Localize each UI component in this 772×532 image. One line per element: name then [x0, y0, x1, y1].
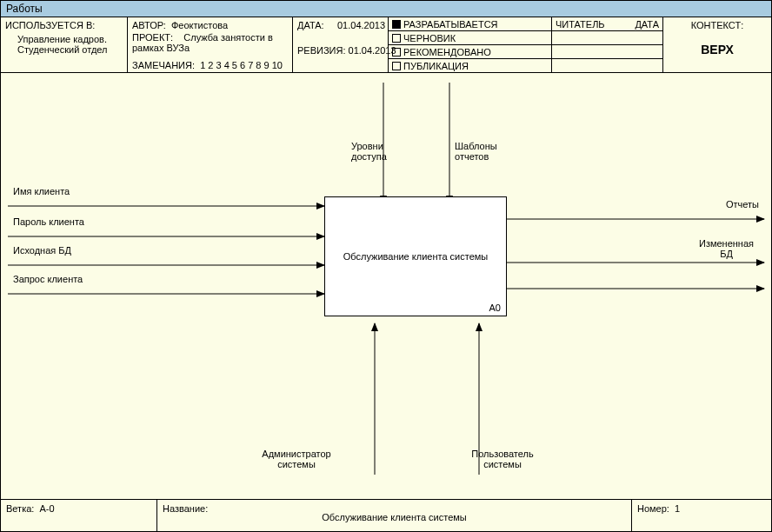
header-used-in: ИСПОЛЬЗУЕТСЯ В: Управление кадров. Студе…	[1, 17, 128, 72]
checkbox-icon	[392, 62, 401, 70]
input-label: Исходная БД	[13, 245, 71, 256]
checkbox-filled-icon	[392, 20, 401, 29]
header-context: КОНТЕКСТ: ВЕРХ	[663, 17, 771, 72]
name-value: Обслуживание клиента системы	[322, 512, 466, 522]
diagram-canvas: Обслуживание клиента системы А0 Имя клие…	[1, 73, 771, 500]
date-value: 01.04.2013	[337, 20, 385, 30]
idef0-window: Работы ИСПОЛЬЗУЕТСЯ В: Управление кадров…	[0, 0, 772, 532]
mechanism-label: Пользователь системы	[459, 449, 546, 469]
project-label: ПРОЕКТ:	[132, 32, 173, 43]
date2-label: ДАТА	[635, 19, 659, 30]
input-label: Запрос клиента	[13, 274, 83, 284]
remarks-label: ЗАМЕЧАНИЯ:	[132, 60, 195, 70]
used-in-value: Управление кадров. Студенческий отдел	[17, 34, 123, 55]
reader-row: ЧИТАТЕЛЬДАТА	[552, 17, 662, 31]
process-title: Обслуживание клиента системы	[343, 251, 488, 262]
status-draft: ЧЕРНОВИК	[389, 31, 551, 45]
number-label: Номер:	[637, 503, 669, 514]
revision-label: РЕВИЗИЯ:	[297, 45, 345, 56]
header: ИСПОЛЬЗУЕТСЯ В: Управление кадров. Студе…	[1, 17, 771, 73]
branch-value: А-0	[39, 503, 54, 514]
header-status: РАЗРАБАТЫВАЕТСЯ ЧЕРНОВИК РЕКОМЕНДОВАНО П…	[389, 17, 552, 72]
remarks-value: 1 2 3 4 5 6 7 8 9 10	[200, 60, 283, 70]
output-label: Отчеты	[726, 199, 759, 209]
used-in-label: ИСПОЛЬЗУЕТСЯ В:	[5, 20, 95, 30]
input-label: Имя клиента	[13, 186, 70, 196]
window-title: Работы	[6, 3, 43, 15]
number-value: 1	[675, 503, 680, 514]
header-author-project: АВТОР: Феоктистова ПРОЕКТ: Служба занято…	[128, 17, 293, 72]
input-label: Пароль клиента	[13, 216, 84, 227]
status-recommended: РЕКОМЕНДОВАНО	[389, 45, 551, 59]
footer-branch: Ветка: А-0	[1, 500, 157, 531]
output-label: Измененная БД	[694, 238, 759, 259]
footer: Ветка: А-0 Название: Обслуживание клиент…	[1, 500, 771, 531]
header-reader: ЧИТАТЕЛЬДАТА	[552, 17, 663, 72]
mechanism-label: Администратор системы	[253, 449, 340, 469]
footer-name: Название: Обслуживание клиента системы	[157, 500, 632, 531]
process-box[interactable]: Обслуживание клиента системы А0	[324, 196, 507, 316]
checkbox-icon	[392, 48, 401, 57]
control-label: Уровни доступа	[351, 141, 403, 162]
footer-number: Номер: 1	[632, 500, 771, 531]
context-label: КОНТЕКСТ:	[668, 20, 767, 30]
date-label: ДАТА:	[297, 20, 324, 30]
author-value: Феоктистова	[171, 20, 228, 30]
status-publication: ПУБЛИКАЦИЯ	[389, 59, 551, 72]
author-label: АВТОР:	[132, 20, 166, 30]
status-in-dev: РАЗРАБАТЫВАЕТСЯ	[389, 17, 551, 31]
checkbox-icon	[392, 34, 401, 43]
control-label: Шаблоны отчетов	[455, 141, 507, 162]
header-dates: ДАТА: 01.04.2013 РЕВИЗИЯ: 01.04.2013	[293, 17, 389, 72]
branch-label: Ветка:	[6, 503, 34, 514]
title-bar: Работы	[1, 1, 771, 17]
process-id: А0	[489, 303, 501, 313]
name-label: Название:	[163, 503, 208, 514]
context-value: ВЕРХ	[701, 43, 734, 57]
